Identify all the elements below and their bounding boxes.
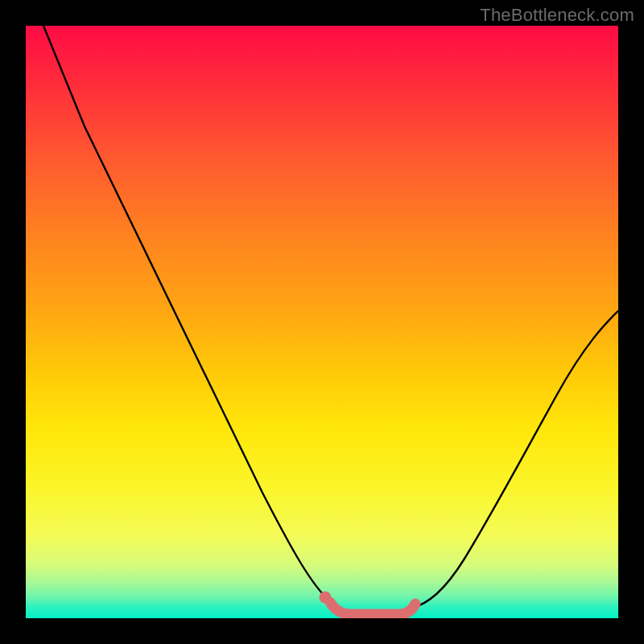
curve-left [43, 26, 338, 609]
chart-frame: TheBottleneck.com [0, 0, 644, 644]
optimal-zone-band [330, 602, 415, 614]
curve-right [411, 311, 618, 609]
curve-svg [26, 26, 618, 618]
plot-area [26, 26, 618, 618]
optimal-zone-dot [320, 592, 332, 604]
watermark-text: TheBottleneck.com [480, 5, 634, 26]
